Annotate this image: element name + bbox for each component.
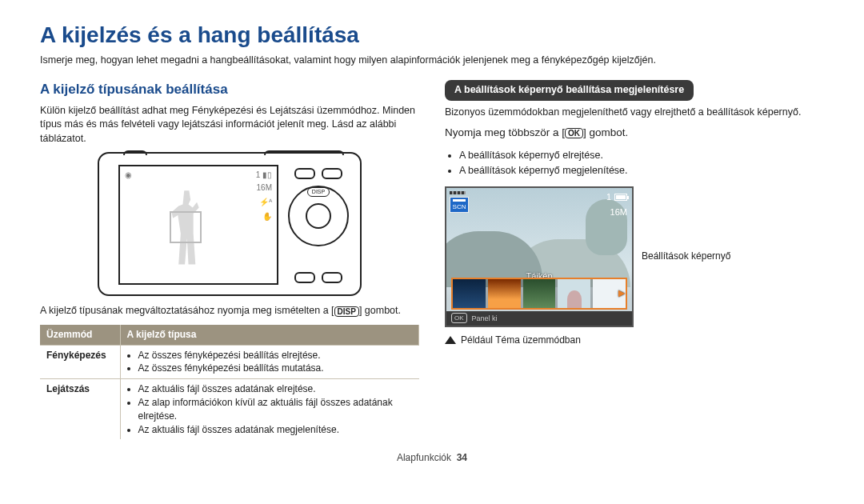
triangle-up-icon [445, 336, 456, 344]
ok-instruction: Nyomja meg többször a [OK] gombot. [445, 126, 824, 141]
battery-icon: ▮▯ [262, 170, 272, 179]
scn-badge: SCN [450, 197, 469, 213]
disp-instruction: A kijelző típusának megváltoztatásához n… [40, 304, 419, 318]
page-title: A kijelzés és a hang beállítása [40, 22, 824, 48]
list-item: Az alap információkon kívül az aktuális … [138, 396, 413, 423]
small-button-1 [294, 168, 315, 179]
counter-value: 1 [256, 170, 261, 179]
screen-right-icons: 16M ⚡ᴬ ✋ [257, 182, 272, 222]
type-cell: Az aktuális fájl összes adatának elrejté… [120, 379, 419, 440]
ok-instr-post: ] gombot. [583, 126, 628, 138]
ok-bullets: A beállítások képernyő elrejtése. A beál… [445, 149, 824, 178]
pv-counter: 1 [606, 191, 611, 203]
thumbnail-strip: ◄ ► [451, 278, 627, 310]
disp-chip: DISP [334, 306, 359, 317]
preview-top-left: SCN [450, 191, 469, 213]
preview-row: SCN 1 16M Tájkép ◄ ► [445, 186, 824, 327]
modes-table: Üzemmód A kijelző típusa Fényképezés Az … [40, 325, 419, 440]
disp-instr-pre: A kijelző típusának megváltoztatásához n… [40, 305, 334, 316]
thumb-sunset [488, 279, 521, 308]
list-item: Az aktuális fájl összes adatának megjele… [138, 423, 413, 437]
footer-section: Alapfunkciók [397, 452, 451, 463]
scn-label: SCN [453, 202, 466, 211]
th-type: A kijelző típusa [120, 325, 419, 345]
list-item: Az összes fényképezési beállítás elrejté… [138, 349, 413, 362]
disp-button-label: DISP [312, 188, 325, 196]
pv-res: 16M [610, 206, 627, 218]
footer-page: 34 [457, 452, 467, 463]
example-caption: Például Téma üzemmódban [445, 334, 824, 347]
preview-bottom-bar: OK Panel ki [446, 311, 632, 326]
left-para1: Külön kijelző beállítást adhat meg Fényk… [40, 104, 419, 146]
camera-top-ridge-small [123, 150, 147, 155]
right-para1: Bizonyos üzemmódokban megjeleníthető vag… [445, 106, 824, 120]
res-icon: 16M [257, 182, 272, 194]
disp-button: DISP [307, 187, 330, 197]
disp-instr-post: ] gombot. [359, 305, 401, 316]
small-button-3 [294, 272, 315, 283]
camera-screen: ◉ 1 ▮▯ 16M ⚡ᴬ ✋ [118, 165, 278, 285]
camera-illustration: ◉ 1 ▮▯ 16M ⚡ᴬ ✋ [40, 152, 419, 296]
camera-mode-icon: ◉ [125, 170, 132, 181]
left-column: A kijelző típusának beállítása Külön kij… [40, 80, 419, 439]
preview-side-caption: Beállítások képernyő [642, 250, 730, 263]
th-mode: Üzemmód [40, 325, 120, 345]
focus-frame [170, 211, 202, 243]
intro-text: Ismerje meg, hogyan lehet megadni a hang… [40, 54, 824, 66]
flash-icon: ⚡ᴬ [259, 197, 272, 208]
type-cell: Az összes fényképezési beállítás elrejté… [120, 345, 419, 379]
film-icon [450, 191, 466, 194]
table-row: Fényképezés Az összes fényképezési beáll… [40, 345, 419, 379]
two-columns: A kijelző típusának beállítása Külön kij… [40, 80, 824, 439]
battery-icon [614, 194, 627, 201]
table-row: Lejátszás Az aktuális fájl összes adatán… [40, 379, 419, 440]
list-item: A beállítások képernyő megjelenítése. [459, 164, 824, 178]
list-item: A beállítások képernyő elrejtése. [459, 149, 824, 163]
camera-body: ◉ 1 ▮▯ 16M ⚡ᴬ ✋ [98, 152, 362, 296]
thumb-portrait [558, 279, 590, 308]
list-item: Az összes fényképezési beállítás mutatás… [138, 362, 413, 375]
small-button-2 [322, 168, 342, 179]
camera-top-ridge [264, 150, 344, 155]
screen-preview: SCN 1 16M Tájkép ◄ ► [445, 186, 634, 327]
example-text: Például Téma üzemmódban [461, 334, 581, 347]
steady-icon: ✋ [262, 211, 272, 222]
list-item: Az aktuális fájl összes adatának elrejté… [138, 382, 413, 396]
small-button-4 [322, 272, 342, 283]
thumb-night [453, 279, 486, 308]
panel-text: Panel ki [472, 314, 498, 324]
chevron-right-icon: ► [616, 286, 627, 302]
mode-cell: Lejátszás [40, 379, 120, 440]
right-column: A beállítások képernyő beállítása megjel… [445, 80, 824, 439]
settings-pill: A beállítások képernyő beállítása megjel… [445, 80, 694, 101]
preview-top-right: 1 16M [606, 191, 627, 219]
screen-top-right: 1 ▮▯ [256, 170, 272, 181]
mini-ok-chip: OK [451, 313, 467, 323]
mode-cell: Fényképezés [40, 345, 120, 379]
ok-instr-pre: Nyomja meg többször a [ [445, 126, 565, 138]
ok-chip: OK [565, 128, 583, 138]
screen-top-icons: ◉ 1 ▮▯ [125, 170, 272, 181]
left-subheader: A kijelző típusának beállítása [40, 80, 419, 99]
page-footer: Alapfunkciók 34 [40, 452, 824, 463]
page: A kijelzés és a hang beállítása Ismerje … [0, 0, 864, 471]
thumb-landscape [523, 279, 556, 308]
camera-controls: DISP [288, 174, 349, 278]
